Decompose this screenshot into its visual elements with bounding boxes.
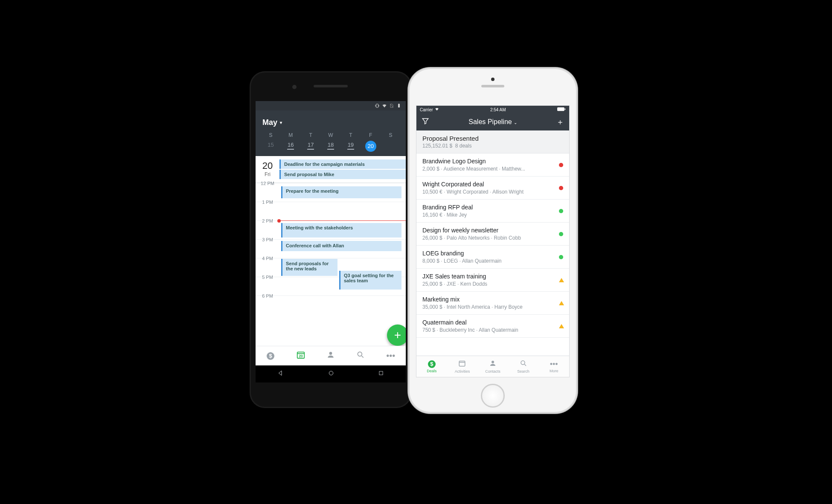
deal-title: Quatermain deal [422,319,563,326]
pipeline-header: Sales Pipeline⌄ ＋ [416,113,569,130]
week-day-thu[interactable]: T19 [340,132,361,152]
deal-row[interactable]: LOEG branding8,000 $ · LOEG · Allan Quat… [416,246,569,269]
iphone-home-button[interactable] [481,384,505,408]
svg-point-13 [521,361,525,365]
android-screen: May ▾ S15 M16 T17 W18 T19 F20 S 20 Fri [256,101,406,382]
tab-label: More [550,369,559,373]
dollar-icon: $ [267,352,274,360]
selected-date-num: 20 [256,160,279,171]
ios-bottom-tabs: $ Deals Activities Contacts Search ••• [416,356,569,377]
pipeline-title-selector[interactable]: Sales Pipeline⌄ [430,118,556,126]
tab-more[interactable]: ••• [376,346,406,365]
iphone-screen: Carrier 2:54 AM Sales Pipeline⌄ ＋ Propos… [416,105,570,377]
tab-more[interactable]: ••• More [538,356,569,377]
svg-rect-0 [376,104,378,107]
android-speaker-slot [314,85,348,87]
hour-label: 1 PM [256,200,279,205]
filter-button[interactable] [421,117,430,127]
pipeline-stage-header: Proposal Presented 125,152.01 $ 8 deals [416,130,569,154]
dollar-icon: $ [428,360,436,368]
tab-contacts[interactable]: Contacts [477,356,508,377]
ios-time: 2:54 AM [439,107,557,112]
tab-activities[interactable]: Activities [447,356,478,377]
tab-search[interactable] [346,346,375,365]
deal-row[interactable]: Branding RFP deal16,160 € · Mike Jey [416,200,569,223]
week-day-mon[interactable]: M16 [281,132,301,152]
no-sim-icon [389,103,394,108]
svg-rect-8 [379,371,383,375]
deal-subtitle: 16,160 € · Mike Jey [422,212,563,218]
deal-row[interactable]: Design for weekly newsletter26,000 $ · P… [416,223,569,246]
tab-deals[interactable]: $ [256,346,285,365]
week-day-fri[interactable]: F20 [361,132,381,152]
deal-row[interactable]: Quatermain deal750 $ · Buckleberry Inc ·… [416,315,569,338]
svg-rect-1 [398,104,400,107]
week-strip: S15 M16 T17 W18 T19 F20 S [261,132,401,152]
pipeline-title: Sales Pipeline [468,118,512,125]
android-camera-dot [292,85,297,89]
deal-subtitle: 10,500 € · Wright Corporated · Allison W… [422,189,563,195]
calendar-event[interactable]: Send proposals for the new leads [281,259,337,276]
calendar-event[interactable]: Conference call with Allan [281,241,401,251]
deal-row[interactable]: Wright Corporated deal10,500 € · Wright … [416,177,569,200]
tab-search[interactable]: Search [508,356,539,377]
tab-label: Contacts [485,369,500,374]
deal-title: JXE Sales team training [422,273,563,280]
nav-home-icon[interactable] [328,370,335,378]
nav-back-icon[interactable] [277,370,284,378]
week-day-sun[interactable]: S15 [261,132,281,152]
deal-row[interactable]: JXE Sales team training25,000 $ · JXE · … [416,269,569,292]
android-bottom-tabs: $ 20 ••• [256,346,406,365]
stage-summary: 125,152.01 $ 8 deals [422,143,563,149]
stage-name: Proposal Presented [422,135,563,142]
calendar-event[interactable]: Q3 goal setting for the sales team [339,271,401,290]
calendar-event[interactable]: Prepare for the meeting [281,186,401,198]
week-day-tue[interactable]: T17 [301,132,321,152]
ios-carrier: Carrier [420,107,433,112]
wifi-icon [435,107,439,112]
deal-title: Wright Corporated deal [422,181,563,188]
current-time-indicator [279,220,406,221]
month-label: May [262,118,277,127]
deal-subtitle: 8,000 $ · LOEG · Allan Quatermain [422,258,563,264]
more-icon: ••• [386,351,395,361]
selected-date: 20 Fri [256,156,279,182]
deal-title: Design for weekly newsletter [422,227,563,234]
deal-subtitle: 26,000 $ · Palo Alto Networks · Robin Co… [422,235,563,241]
vibrate-icon [375,103,380,108]
tab-activities[interactable]: 20 [285,346,315,365]
svg-point-12 [492,361,494,363]
calendar-icon: 20 [296,350,305,362]
week-day-wed[interactable]: W18 [321,132,341,152]
fab-add-button[interactable]: + [387,324,406,346]
deals-list[interactable]: Brandwine Logo Design2,000 $ · Audience … [416,154,569,360]
all-day-section: 20 Fri Deadline for the campaign materia… [256,156,406,183]
status-dot-icon [559,163,563,167]
all-day-event[interactable]: Send proposal to Mike [279,170,406,179]
week-day-sat[interactable]: S [381,132,401,152]
status-warning-icon [559,278,564,282]
tab-contacts[interactable] [316,346,346,365]
android-nav-bar [256,365,406,382]
add-deal-button[interactable]: ＋ [556,117,565,127]
hour-label: 6 PM [256,293,279,298]
deal-title: Brandwine Logo Design [422,158,563,165]
iphone-frame: Carrier 2:54 AM Sales Pipeline⌄ ＋ Propos… [408,68,577,413]
tab-label: Activities [455,369,470,374]
android-phone-frame: May ▾ S15 M16 T17 W18 T19 F20 S 20 Fri [250,71,412,408]
hour-grid[interactable]: 12 PM 1 PM 2 PM 3 PM 4 PM 5 PM 6 PM Prep… [256,183,406,319]
deal-title: Marketing mix [422,296,563,303]
hour-label: 12 PM [256,181,279,186]
deal-row[interactable]: Brandwine Logo Design2,000 $ · Audience … [416,154,569,177]
chevron-down-icon: ⌄ [514,120,517,125]
person-icon [489,359,497,368]
month-selector[interactable]: May ▾ [262,118,399,127]
status-dot-icon [559,232,563,236]
tab-deals[interactable]: $ Deals [416,356,447,377]
hour-label: 5 PM [256,275,279,280]
nav-recent-icon[interactable] [378,370,384,378]
calendar-event[interactable]: Meeting with the stakeholders [281,223,401,238]
all-day-event[interactable]: Deadline for the campaign materials [279,159,406,169]
all-day-events: Deadline for the campaign materials Send… [279,156,406,182]
deal-row[interactable]: Marketing mix35,000 $ · Intel North Amer… [416,292,569,315]
